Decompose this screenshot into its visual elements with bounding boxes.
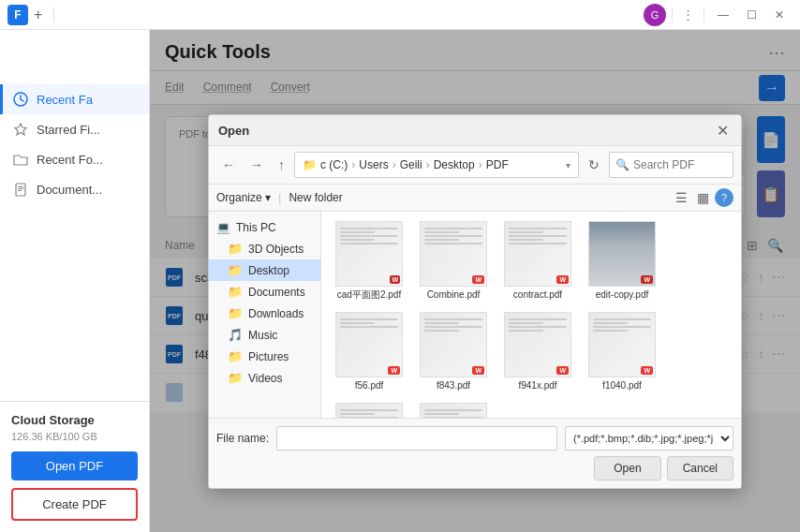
sidebar-item-recent-files[interactable]: Recent Fa — [0, 84, 149, 114]
dialog-open-button[interactable]: Open — [594, 456, 660, 480]
file-thumb-f2848[interactable]: W f2848.pdf — [413, 399, 494, 418]
close-button[interactable]: ✕ — [766, 5, 793, 25]
cloud-storage-section: Cloud Storage 126.36 KB/100 GB Open PDF … — [0, 401, 149, 532]
ds-music[interactable]: 🎵 Music — [209, 324, 320, 346]
view-buttons: ☰ ▦ ? — [672, 188, 733, 207]
bc-part-desktop: Desktop — [434, 158, 475, 171]
file-thumb-name-f1040: f1040.pdf — [602, 380, 642, 392]
file-thumb-name-cad: cad平面图2.pdf — [337, 289, 401, 301]
pdf-badge-f1040: W — [641, 366, 653, 375]
thumb-editcopy-img: W — [588, 221, 656, 287]
filename-label: File name: — [216, 432, 269, 445]
view-list-button[interactable]: ☰ — [672, 188, 691, 207]
maximize-button[interactable]: ☐ — [738, 5, 764, 25]
thumb-f2848-img: W — [420, 403, 487, 418]
refresh-button[interactable]: ↻ — [583, 155, 605, 175]
file-thumb-f56[interactable]: W f56.pdf — [329, 308, 409, 395]
filetype-select[interactable]: (*.pdf;*.bmp;*.dib;*.jpg;*.jpeg;*j — [565, 426, 733, 451]
file-thumb-f1041[interactable]: W f1041.pdf — [329, 399, 409, 418]
ctrl-separator2 — [704, 7, 704, 22]
ds-videos[interactable]: 📁 Videos — [209, 367, 320, 389]
ds-documents[interactable]: 📁 Documents — [209, 281, 320, 303]
folder-icon — [12, 151, 29, 168]
thumb-f941x-img: W — [504, 312, 571, 377]
view-details-button[interactable]: ▦ — [693, 188, 713, 207]
dialog-close-button[interactable]: ✕ — [713, 121, 732, 140]
avatar: G — [644, 4, 666, 26]
breadcrumb-icon: 📁 — [303, 158, 317, 171]
file-thumb-f941x[interactable]: W f941x.pdf — [497, 308, 578, 395]
new-tab-button[interactable]: + — [34, 7, 42, 23]
dialog-sidebar: 💻 This PC 📁 3D Objects 📁 Desktop — [209, 212, 321, 418]
sidebar-item-recent-files-label: Recent Fa — [37, 93, 93, 107]
sidebar-item-recent-folders[interactable]: Recent Fo... — [0, 144, 149, 174]
breadcrumb-bar[interactable]: 📁 c (C:) › Users › Geili › Desktop › PDF… — [294, 152, 579, 178]
thumb-cad-img: W — [335, 221, 403, 287]
file-thumb-f1040[interactable]: W f1040.pdf — [582, 308, 662, 395]
file-thumb-f843[interactable]: W f843.pdf — [413, 308, 494, 395]
pc-icon: 💻 — [216, 221, 230, 234]
new-folder-button[interactable]: New folder — [289, 191, 342, 204]
open-pdf-button[interactable]: Open PDF — [11, 451, 138, 480]
cloud-storage-size: 126.36 KB/100 GB — [11, 431, 138, 442]
file-thumb-contract[interactable]: W contract.pdf — [497, 217, 578, 304]
dialog-titlebar: Open ✕ — [209, 115, 741, 146]
file-thumb-editcopy[interactable]: W edit-copy.pdf — [582, 217, 662, 304]
bc-part-users: Users — [359, 158, 388, 171]
sidebar-item-starred[interactable]: Starred Fi... — [0, 114, 149, 144]
file-thumb-cad[interactable]: W cad平面图2.pdf — [329, 217, 409, 304]
svg-marker-1 — [15, 124, 26, 135]
ds-downloads[interactable]: 📁 Downloads — [209, 303, 320, 324]
sidebar-item-starred-label: Starred Fi... — [37, 123, 100, 137]
ds-this-pc[interactable]: 💻 This PC — [209, 217, 320, 238]
folder-desktop-icon: 📁 — [228, 263, 243, 277]
thumb-combine-img: W — [420, 221, 487, 287]
minimize-button[interactable]: — — [710, 5, 736, 25]
more-options-icon[interactable]: ⋮ — [682, 7, 694, 22]
dialog-cancel-button[interactable]: Cancel — [667, 456, 733, 480]
search-icon: 🔍 — [615, 158, 630, 171]
music-icon: 🎵 — [228, 328, 243, 342]
up-button[interactable]: ↑ — [273, 155, 290, 175]
app-body: Recent Fa Starred Fi... Recent Fo... — [0, 30, 800, 532]
ds-pictures[interactable]: 📁 Pictures — [209, 346, 320, 367]
sidebar-item-documents[interactable]: Document... — [0, 174, 149, 204]
folder-downloads-icon: 📁 — [228, 306, 243, 320]
search-input[interactable] — [633, 158, 727, 171]
bc-dropdown-icon[interactable]: ▾ — [566, 160, 570, 170]
ds-desktop[interactable]: 📁 Desktop — [209, 259, 320, 281]
create-pdf-button[interactable]: Create PDF — [11, 488, 138, 521]
dialog-title: Open — [218, 124, 249, 138]
thumb-f1040-img: W — [588, 312, 656, 377]
filename-row: File name: (*.pdf;*.bmp;*.dib;*.jpg;*.jp… — [216, 426, 733, 451]
folder-videos-icon: 📁 — [228, 371, 243, 385]
folder-documents-icon: 📁 — [228, 285, 243, 299]
back-button[interactable]: ← — [216, 155, 241, 175]
dialog-toolbar: Organize ▾ | New folder ☰ ▦ ? — [209, 185, 741, 212]
pdf-badge-combine: W — [472, 275, 484, 284]
pdf-badge-f941x: W — [556, 366, 569, 375]
file-thumb-name-editcopy: edit-copy.pdf — [596, 289, 649, 301]
file-thumb-combine[interactable]: W Combine.pdf — [413, 217, 494, 304]
file-thumb-name-f843: f843.pdf — [437, 380, 470, 392]
forward-button[interactable]: → — [244, 155, 269, 175]
app-logo: F — [7, 5, 28, 25]
dialog-files-grid: W cad平面图2.pdf — [321, 212, 741, 418]
organize-button[interactable]: Organize ▾ — [216, 191, 271, 204]
sidebar-item-recent-folders-label: Recent Fo... — [37, 153, 103, 167]
file-thumb-name-contract: contract.pdf — [513, 289, 562, 301]
folder-pictures-icon: 📁 — [228, 349, 243, 363]
window-titlebar: F + G ⋮ — ☐ ✕ — [0, 0, 800, 30]
filename-input[interactable] — [276, 426, 557, 451]
open-dialog: Open ✕ ← → ↑ 📁 c (C:) › Users › — [208, 114, 742, 489]
ds-3d-objects[interactable]: 📁 3D Objects — [209, 238, 320, 259]
star-icon — [12, 121, 29, 138]
cloud-storage-title: Cloud Storage — [11, 413, 138, 427]
help-button[interactable]: ? — [715, 188, 733, 207]
search-box[interactable]: 🔍 — [609, 152, 733, 178]
thumb-f56-img: W — [335, 312, 403, 377]
dialog-actions: Open Cancel — [216, 456, 733, 480]
dialog-content: 💻 This PC 📁 3D Objects 📁 Desktop — [209, 212, 741, 418]
clock-icon — [12, 91, 29, 108]
sidebar-nav: Recent Fa Starred Fi... Recent Fo... — [0, 77, 149, 401]
